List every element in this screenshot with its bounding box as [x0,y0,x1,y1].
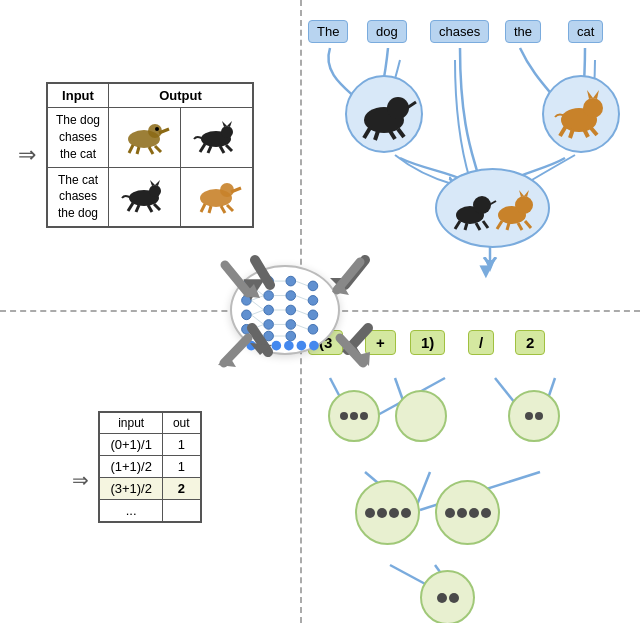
svg-marker-19 [155,180,160,186]
word-chases: chases [430,20,489,43]
svg-point-98 [246,341,256,351]
svg-line-36 [375,131,378,140]
svg-line-44 [560,126,566,136]
svg-point-76 [286,331,296,341]
circle-empty [395,390,447,442]
output-animal-2a [109,167,181,227]
svg-point-1 [148,124,162,138]
top-right-quadrant: The dog chases the cat [300,0,640,310]
num-row-1: (0+1)/1 1 [99,433,200,455]
svg-line-86 [251,315,264,325]
word-cat: cat [568,20,603,43]
svg-point-101 [284,341,294,351]
output-animal-1b [181,108,254,167]
bottom-right-quadrant: (3 + 1) / 2 [300,310,640,623]
svg-line-96 [296,310,309,315]
svg-point-79 [308,310,318,320]
col-header-output: Output [109,83,254,108]
dog-icon [117,117,172,155]
token-div: / [468,330,494,355]
svg-point-41 [583,98,603,118]
dot [457,508,467,518]
token-1paren: 1) [410,330,445,355]
svg-point-102 [297,341,307,351]
svg-line-27 [209,206,211,213]
num-input-3: (3+1)/2 [99,477,162,499]
num-row-4: ... [99,499,200,522]
math-diagram: (3 + 1) / 2 [300,310,640,623]
svg-point-78 [308,296,318,306]
svg-line-45 [570,129,573,138]
svg-line-28 [221,206,225,213]
svg-marker-57 [519,190,524,197]
down-arrow-tr: ▼ [475,258,497,284]
output-animal-1a [109,108,181,167]
svg-line-22 [148,205,152,212]
lines-svg [300,0,640,310]
cat-oval-icon [549,82,614,147]
svg-point-7 [155,127,159,131]
svg-line-52 [476,223,480,230]
num-table: input out (0+1)/1 1 (1+1)/2 1 (3+1)/2 2 [98,411,201,523]
svg-line-82 [251,286,264,296]
dot [360,412,368,420]
dot [481,508,491,518]
svg-line-53 [483,221,488,228]
svg-line-51 [465,223,467,230]
num-row-2: (1+1)/2 1 [99,455,200,477]
dot [469,508,479,518]
dot [445,508,455,518]
cat-icon-2 [117,176,172,214]
svg-line-29 [227,205,233,211]
connection-arrows [300,0,640,310]
svg-point-72 [286,276,296,286]
svg-line-38 [398,129,404,137]
num-output-1: 1 [162,433,200,455]
circle-2dots-bottom [420,570,475,623]
token-2: 2 [515,330,545,355]
word-the: The [308,20,348,43]
svg-point-17 [149,185,161,197]
dot [449,593,459,603]
dot [377,508,387,518]
svg-point-64 [242,296,252,306]
svg-line-35 [364,128,370,138]
svg-point-66 [242,324,252,334]
table-row: The dogchasesthe cat [47,108,253,167]
svg-line-20 [128,203,133,211]
nn-diagram [232,265,338,355]
svg-line-4 [149,147,153,154]
num-input-2: (1+1)/2 [99,455,162,477]
input-text-1: The dogchasesthe cat [47,108,109,167]
svg-line-95 [296,296,309,301]
output-animal-2b [181,167,254,227]
svg-line-37 [390,131,395,139]
svg-line-5 [155,146,161,152]
svg-point-65 [242,310,252,320]
svg-line-88 [251,329,264,336]
svg-line-81 [251,281,264,286]
svg-line-14 [220,146,224,153]
num-col-input: input [99,412,162,434]
num-col-out: out [162,412,200,434]
svg-line-62 [525,221,531,228]
dot [535,412,543,420]
col-header-input: Input [47,83,109,108]
svg-point-67 [264,276,274,286]
circle-3dots [328,390,380,442]
svg-line-94 [296,281,309,286]
input-arrow-bottom: ⇒ [72,468,89,492]
input-arrow-top: ⇒ [18,142,36,168]
circle-4dots-2 [435,480,500,545]
circle-4dots-1 [355,480,420,545]
token-plus: + [365,330,396,355]
svg-marker-10 [222,121,227,127]
svg-line-12 [200,144,205,152]
sentence-diagram: The dog chases the cat [300,0,640,310]
svg-marker-42 [587,90,593,99]
svg-point-75 [286,320,296,330]
num-input-4: ... [99,499,162,522]
svg-line-84 [251,300,264,310]
svg-point-77 [308,281,318,291]
svg-point-80 [308,324,318,334]
